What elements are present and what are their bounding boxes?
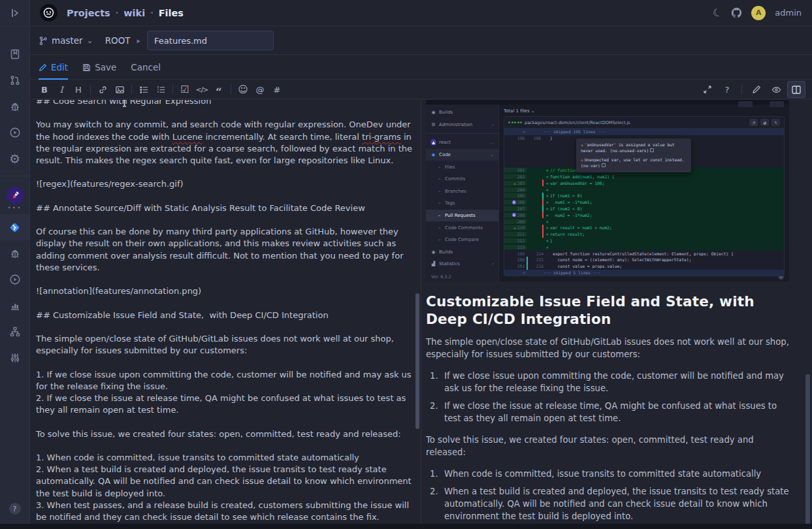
editor-line[interactable]: 1. If we close issue upon committing the…: [36, 369, 414, 393]
rail-item-builds[interactable]: [0, 120, 29, 146]
github-link[interactable]: [731, 7, 742, 18]
preview-scrollbar-thumb[interactable]: [805, 374, 810, 524]
edit-mode-button[interactable]: [748, 82, 765, 97]
rail-item-settings[interactable]: [0, 345, 29, 371]
editor-line[interactable]: ## Customizable Issue Field and State, w…: [36, 310, 414, 321]
shot-sidebar-label: Files: [445, 165, 491, 170]
editor-line[interactable]: 2. When a test build is created and depl…: [36, 464, 414, 500]
code-button[interactable]: </>: [193, 82, 210, 97]
breadcrumb-projects[interactable]: Projects: [67, 8, 110, 18]
tab-cancel[interactable]: Cancel: [131, 56, 161, 79]
link-button[interactable]: [94, 82, 111, 97]
image-button[interactable]: [111, 82, 128, 97]
editor-line[interactable]: [36, 107, 414, 119]
save-floppy-icon: [82, 63, 91, 72]
rail-item-pull-requests[interactable]: [0, 67, 29, 93]
editor-line[interactable]: You may switch to any commit, and search…: [36, 119, 414, 167]
preview-mode-button[interactable]: [768, 82, 785, 97]
editor-line[interactable]: ## Code Search with Regular Expression: [36, 100, 414, 107]
shot-sidebar-icon: –: [436, 237, 442, 242]
text-cursor-ibeam: [121, 100, 128, 108]
user-avatar[interactable]: A: [751, 6, 766, 20]
shot-sidebar-icon: ▲: [430, 139, 436, 146]
project-more-dots[interactable]: •••: [8, 205, 22, 210]
dark-mode-toggle[interactable]: ☾: [711, 5, 724, 20]
shot-sidebar: ◉ Builds ⚙ Administration ›: [426, 104, 499, 281]
rail-item-project-builds[interactable]: [0, 266, 29, 293]
rail-item-issues[interactable]: [0, 93, 29, 120]
editor-line[interactable]: [36, 191, 414, 202]
numbered-list-button[interactable]: [152, 82, 169, 97]
shot-sidebar-item: – Code Compare: [426, 234, 498, 246]
chevron-down-icon: ⌄: [87, 39, 93, 42]
reference-button[interactable]: #: [268, 82, 285, 97]
shot-sidebar-label: Code Comments: [445, 225, 491, 231]
emoji-button[interactable]: ☺: [235, 82, 252, 97]
mention-button[interactable]: @: [252, 82, 268, 97]
lint-marker-icon: [513, 181, 516, 185]
breadcrumb-project-wiki[interactable]: wiki: [123, 8, 145, 18]
preview-scrollbar[interactable]: [805, 100, 811, 524]
editor-line[interactable]: Of course this can be done by many third…: [36, 226, 414, 274]
editor-line[interactable]: [36, 214, 414, 226]
editor-text[interactable]: ## Code Search with Regular ExpressionYo…: [36, 100, 414, 523]
editor-line[interactable]: [36, 167, 414, 178]
preview-list-item: If we close the issue at release time, Q…: [440, 400, 789, 425]
help-syntax-button[interactable]: ?: [719, 82, 736, 97]
rail-item-statistics[interactable]: [0, 293, 29, 319]
caret-right-icon: ▸: [137, 37, 141, 45]
root-breadcrumb[interactable]: ROOT: [105, 35, 131, 46]
rail-item-project-issues[interactable]: [0, 240, 29, 266]
github-icon: [731, 7, 742, 18]
editor-scrollbar[interactable]: [415, 100, 420, 524]
username-label[interactable]: admin: [775, 8, 802, 18]
play-circle-icon: [9, 274, 21, 285]
bold-button[interactable]: B: [36, 82, 53, 97]
split-columns-icon: [792, 86, 801, 94]
sidebar-expand-button[interactable]: [0, 0, 29, 27]
lint-marker-icon: [512, 200, 516, 204]
split-view-button[interactable]: [787, 81, 805, 98]
shot-added-row: 207 + if (num2 < 0): [504, 206, 784, 212]
rail-item-hierarchy[interactable]: [0, 319, 29, 345]
editor-line[interactable]: ![annotation](features/annotation.png): [36, 285, 414, 297]
project-avatar-react[interactable]: [7, 187, 24, 204]
fullscreen-button[interactable]: [699, 82, 716, 97]
shot-sidebar-item: – Tags: [426, 197, 498, 210]
editor-line[interactable]: [36, 321, 414, 333]
editor-scrollbar-thumb[interactable]: [415, 293, 419, 429]
tab-save[interactable]: Save: [82, 56, 116, 79]
editor-line[interactable]: [36, 297, 414, 309]
editor-line[interactable]: To solve this issue, we created four sta…: [36, 428, 414, 440]
editor-line[interactable]: 2. If we close the issue at release time…: [36, 393, 414, 416]
editor-line[interactable]: 3. When test passes, and a release build…: [36, 500, 414, 523]
editor-line[interactable]: ![regex](features/regex-search.gif): [36, 178, 414, 190]
git-icon: [8, 221, 21, 234]
heading-button[interactable]: H: [70, 82, 87, 97]
warning-icon: ⚠: [581, 142, 583, 147]
bullet-list-button[interactable]: [135, 82, 152, 97]
pencil-icon: [39, 63, 47, 72]
breadcrumb-separator: •: [150, 8, 154, 17]
help-button[interactable]: ?: [9, 503, 21, 515]
editor-line[interactable]: [36, 274, 414, 285]
rail-item-projects[interactable]: [0, 41, 29, 67]
shot-sidebar-chevron: ⌄: [490, 152, 494, 157]
editor-line[interactable]: [36, 440, 414, 452]
editor-line[interactable]: [36, 357, 414, 368]
italic-button[interactable]: I: [53, 82, 70, 97]
editor-line[interactable]: The simple open/close state of GitHub/Gi…: [36, 333, 414, 357]
quote-button[interactable]: “: [210, 82, 227, 97]
editor-line[interactable]: [36, 416, 414, 428]
markdown-editor[interactable]: ## Code Search with Regular ExpressionYo…: [29, 100, 421, 524]
tab-edit[interactable]: Edit: [39, 56, 68, 79]
editor-line[interactable]: ## Annotate Source/Diff with Static Anal…: [36, 202, 414, 214]
rail-item-administration[interactable]: ⚙: [0, 146, 29, 172]
editor-line[interactable]: 1. When code is committed, issue transit…: [36, 452, 414, 464]
onedev-logo[interactable]: [40, 4, 57, 22]
rail-item-code-active[interactable]: [0, 214, 29, 240]
shot-sidebar-icon: –: [436, 225, 442, 231]
filename-input[interactable]: [147, 31, 274, 50]
task-list-button[interactable]: ☑: [176, 82, 193, 97]
branch-selector[interactable]: master ⌄: [39, 35, 93, 46]
